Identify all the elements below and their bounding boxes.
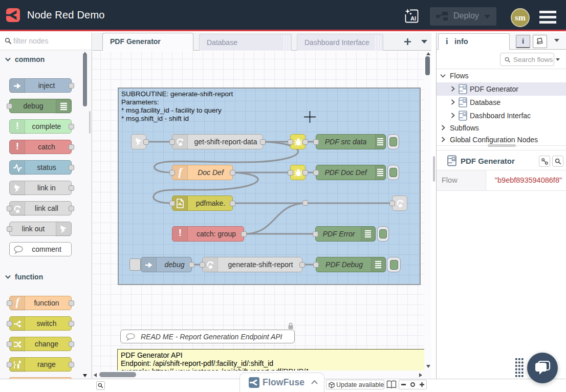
svg-text:AI: AI xyxy=(410,15,416,21)
